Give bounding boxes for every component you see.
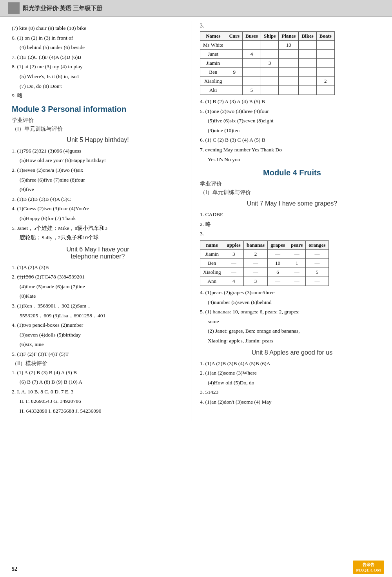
cell-bananas: — bbox=[243, 268, 267, 277]
cell-cars bbox=[226, 59, 243, 68]
cell-planes bbox=[279, 50, 299, 59]
col-header-cars: Cars bbox=[226, 32, 243, 41]
cell-ships bbox=[261, 77, 278, 86]
col-header-bananas: bananas bbox=[243, 240, 267, 249]
cell-buses bbox=[243, 68, 261, 77]
unit8-section: Unit 8 Apples are good for us 1. (1)A (2… bbox=[200, 349, 384, 406]
section-label-eval2: 学业评价 bbox=[200, 180, 384, 187]
col-header-grapes: grapes bbox=[268, 240, 288, 249]
unit8-title: Unit 8 Apples are good for us bbox=[200, 349, 384, 356]
col-header-name: name bbox=[200, 240, 224, 249]
eval-label-ii: （Ⅱ）模块评价 bbox=[12, 360, 184, 367]
answer-line: 4. (1)an (2)don't (3)some (4) May bbox=[200, 398, 384, 406]
table-row: Xiaoling 2 bbox=[200, 77, 335, 86]
answer-line: (7) Do, do (8) Don't bbox=[12, 82, 184, 91]
cell-name: Ben bbox=[200, 258, 224, 268]
answer-line: (4) behind (5) under (6) beside bbox=[12, 43, 184, 52]
cell-bikes bbox=[299, 50, 316, 59]
cell-name: Ms White bbox=[200, 41, 226, 50]
answer-line: 5553205，609 (3)Lisa，6901258，401 bbox=[12, 311, 184, 320]
unit5-title: Unit 5 Happy birthday! bbox=[12, 137, 184, 144]
cell-bikes bbox=[299, 86, 316, 95]
answer-line: (5)Happy (6)for (7) Thank bbox=[12, 214, 184, 223]
cell-name: Ann bbox=[200, 277, 224, 286]
answer-line: 8. (1) at (2) me (3) my (4) to play bbox=[12, 62, 184, 71]
answer-line: 2. 略 bbox=[200, 220, 384, 229]
cell-planes bbox=[279, 59, 299, 68]
cell-name: Jiamin bbox=[200, 59, 226, 68]
table3-question-num: 3. bbox=[200, 23, 384, 29]
table-row: Ben 9 bbox=[200, 68, 335, 77]
cell-pears: — bbox=[288, 268, 306, 277]
answer-line: (3)seven (4)dolls (5)birthday bbox=[12, 331, 184, 339]
cell-boats bbox=[316, 50, 334, 59]
section-label-eval: 学业评价 bbox=[12, 117, 184, 124]
unit6-answers: 1. (1)A (2)A (3)B 2. (1)1306 (2)TC478 (3… bbox=[12, 263, 184, 359]
answer-line: (5)three (6)five (7)nine (8)four bbox=[12, 176, 184, 184]
answer-line: (2) Janet: grapes, Ben: orange and banan… bbox=[200, 327, 384, 335]
answer-line: 3. 51423 bbox=[200, 388, 384, 397]
cell-cars bbox=[226, 50, 243, 59]
table3-section: 3. Names Cars Buses Ships Planes Bikes B… bbox=[200, 23, 384, 95]
answer-line: some bbox=[200, 317, 384, 326]
left-column: (7) kite (8) chair (9) table (10) bike 6… bbox=[0, 21, 192, 421]
answer-line: 7. (1)E (2)C (3)F (4)A (5)D (6)B bbox=[12, 53, 184, 62]
answer-line: 5. (1)one (2)two (3)three (4)four bbox=[200, 107, 384, 116]
col-header-oranges: oranges bbox=[306, 240, 328, 249]
answer-line: 1. (1)A (2)A (3)B bbox=[12, 263, 184, 272]
fruits-table: name apples bananas grapes pears oranges… bbox=[200, 240, 329, 286]
col-header-apples: apples bbox=[224, 240, 243, 249]
unit7-pre-table: 1. CADBE 2. 略 3. bbox=[200, 210, 384, 238]
answer-line: 9. 略 bbox=[12, 91, 184, 100]
answers-4-7: 4. (1) B (2) A (3) A (4) B (5) B 5. (1)o… bbox=[200, 97, 384, 164]
cell-boats: 2 bbox=[316, 77, 334, 86]
table-row: Ann 4 3 — — — bbox=[200, 277, 329, 286]
watermark: 告亲告 MXQE.COM bbox=[353, 561, 384, 574]
cell-buses: 5 bbox=[243, 86, 261, 95]
cell-planes bbox=[279, 77, 299, 86]
answer-line: (6) B (7) A (8) B (9) B (10) A bbox=[12, 378, 184, 386]
cell-ships bbox=[261, 41, 278, 50]
answer-line: 4. (1)pears (2)grapes (3)some/three bbox=[200, 288, 384, 297]
watermark-line2: MXQE.COM bbox=[356, 568, 381, 572]
cell-name: Ben bbox=[200, 68, 226, 77]
section-sub: （Ⅰ）单元训练与评价 bbox=[12, 126, 184, 133]
watermark-line1: 告亲告 bbox=[356, 562, 381, 568]
cell-boats bbox=[316, 68, 334, 77]
answer-line: 2. (1)seven (2)one/a (3)two (4)six bbox=[12, 166, 184, 175]
unit6-title: Unit 6 May I have yourtelephone number? bbox=[12, 246, 184, 260]
cell-name: Janet bbox=[200, 50, 226, 59]
answer-line: (5) Where's, Is it (6) in, isn't bbox=[12, 72, 184, 81]
cell-cars: 9 bbox=[226, 68, 243, 77]
module-eval-answers: 1. (1) A (2) B (3) B (4) A (5) B (6) B (… bbox=[12, 368, 184, 415]
col-header-planes: Planes bbox=[279, 32, 299, 41]
cell-grapes: 6 bbox=[268, 268, 288, 277]
unit6-section: Unit 6 May I have yourtelephone number? … bbox=[12, 246, 184, 359]
cell-name: Aki bbox=[200, 86, 226, 95]
cell-grapes: — bbox=[268, 277, 288, 286]
answer-line: (8)Kate bbox=[12, 292, 184, 300]
cell-bikes bbox=[299, 77, 316, 86]
intro-answers: (7) kite (8) chair (9) table (10) bike 6… bbox=[12, 24, 184, 100]
cell-pears: 1 bbox=[288, 258, 306, 268]
header-title: 阳光学业评价·英语 三年级下册 bbox=[23, 5, 102, 12]
answer-line: 1. CADBE bbox=[200, 210, 384, 219]
unit7-section: Unit 7 May I have some grapes? 1. CADBE … bbox=[200, 200, 384, 345]
cell-buses: 4 bbox=[243, 50, 261, 59]
table-row: Xiaoling — — 6 — 5 bbox=[200, 268, 329, 277]
module-eval-section: （Ⅱ）模块评价 1. (1) A (2) B (3) B (4) A (5) B… bbox=[12, 360, 184, 415]
page-number: 52 bbox=[12, 566, 17, 572]
answer-line: 1. (1)796 (2)321 (3)096 (4)guess bbox=[12, 147, 184, 155]
answer-line: Yes It's No you bbox=[200, 155, 384, 164]
header-logo bbox=[8, 2, 20, 14]
answer-line: (6)six, nine bbox=[12, 340, 184, 349]
answer-line: 3. bbox=[200, 229, 384, 238]
transport-table: Names Cars Buses Ships Planes Bikes Boat… bbox=[200, 31, 335, 95]
cell-cars bbox=[226, 86, 243, 95]
cell-bananas: 3 bbox=[243, 277, 267, 286]
page-content: (7) kite (8) chair (9) table (10) bike 6… bbox=[0, 17, 392, 425]
answer-line: 3. (1)Ken，3568901，302 (2)Sam， bbox=[12, 302, 184, 310]
answer-line: (5)How old are you? (6)Happy birthday! bbox=[12, 156, 184, 165]
table-row: Janet 4 bbox=[200, 50, 335, 59]
answer-line: 4. (1)Guess (2)two (3)four (4)You're bbox=[12, 204, 184, 213]
